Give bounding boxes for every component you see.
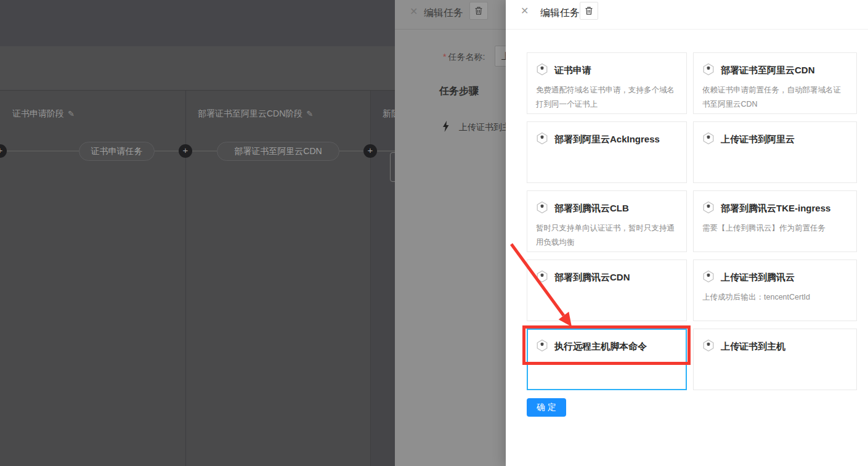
hexagon-task-icon xyxy=(536,270,548,285)
delete-task-button[interactable] xyxy=(469,2,488,20)
hexagon-task-icon xyxy=(702,63,715,78)
stage-title-text: 证书申请阶段 xyxy=(12,108,64,118)
add-stage-button[interactable]: + xyxy=(179,144,192,158)
hexagon-task-icon xyxy=(536,201,548,216)
task-type-card[interactable]: 部署到腾讯云TKE-ingress 需要【上传到腾讯云】作为前置任务 xyxy=(693,190,857,252)
task-type-card[interactable]: 部署到阿里云AckIngress xyxy=(527,121,687,183)
confirm-button[interactable]: 确 定 xyxy=(527,398,566,417)
task-type-title: 上传证书到阿里云 xyxy=(721,134,795,145)
task-type-title: 部署到腾讯云TKE-ingress xyxy=(721,203,830,215)
drawer-title: 编辑任务 xyxy=(540,7,580,20)
task-type-title: 部署证书至阿里云CDN xyxy=(721,65,815,76)
edit-task-drawer-front: ✕ 编辑任务 证书申请 免费通配符域名证书申请，支持多个域名打到同一个证书上 部… xyxy=(506,0,868,466)
drawer-title: 编辑任务 xyxy=(424,7,463,20)
task-type-title: 执行远程主机脚本命令 xyxy=(554,341,647,353)
add-stage-button[interactable]: + xyxy=(363,144,377,158)
task-type-card-selected[interactable]: 执行远程主机脚本命令 xyxy=(527,329,687,390)
connector-line xyxy=(339,150,364,152)
task-type-title: 部署到腾讯云CLB xyxy=(554,203,629,215)
task-type-card[interactable]: 上传证书到主机 xyxy=(693,329,857,390)
task-type-card[interactable]: 部署到腾讯云CDN xyxy=(527,260,687,321)
task-steps-heading: 任务步骤 xyxy=(439,85,479,98)
delete-task-button[interactable] xyxy=(580,2,598,20)
task-type-card[interactable]: 部署证书至阿里云CDN 依赖证书申请前置任务，自动部署域名证书至阿里云CDN xyxy=(693,52,857,114)
hexagon-task-icon xyxy=(702,339,715,354)
edit-pencil-icon[interactable]: ✎ xyxy=(306,109,313,118)
connector-line xyxy=(155,150,179,152)
task-type-card[interactable]: 上传证书到腾讯云 上传成功后输出：tencentCertId xyxy=(693,260,857,321)
stage-title-1: 证书申请阶段✎ xyxy=(12,108,75,120)
stage-title-text: 部署证书至阿里云CDN阶段 xyxy=(198,108,302,118)
drawer-header: ✕ 编辑任务 xyxy=(506,0,868,30)
task-type-title: 部署到腾讯云CDN xyxy=(554,272,630,284)
trash-icon xyxy=(474,6,483,15)
task-type-card[interactable]: 证书申请 免费通配符域名证书申请，支持多个域名打到同一个证书上 xyxy=(527,52,687,114)
connector-line xyxy=(6,150,79,152)
task-type-desc: 上传成功后输出：tencentCertId xyxy=(702,290,848,305)
required-asterisk: * xyxy=(443,52,446,62)
task-type-desc: 暂时只支持单向认证证书，暂时只支持通用负载均衡 xyxy=(536,221,678,249)
hexagon-task-icon xyxy=(702,270,715,285)
task-type-desc: 需要【上传到腾讯云】作为前置任务 xyxy=(702,221,848,235)
task-type-card[interactable]: 部署到腾讯云CLB 暂时只支持单向认证证书，暂时只支持通用负载均衡 xyxy=(527,190,687,252)
edit-pencil-icon[interactable]: ✎ xyxy=(68,109,75,118)
task-type-title: 上传证书到腾讯云 xyxy=(721,272,795,284)
pipeline-task-pill[interactable]: 证书申请任务 xyxy=(79,142,155,161)
task-type-title: 部署到阿里云AckIngress xyxy=(554,134,660,145)
task-type-desc: 依赖证书申请前置任务，自动部署域名证书至阿里云CDN xyxy=(702,83,848,111)
pipeline-task-pill[interactable]: 部署证书至阿里云CDN xyxy=(217,142,339,161)
hexagon-task-icon xyxy=(536,339,548,354)
task-type-title: 证书申请 xyxy=(554,65,591,76)
connector-line xyxy=(377,150,395,152)
close-icon[interactable]: ✕ xyxy=(410,6,418,17)
task-type-card[interactable]: 上传证书到阿里云 xyxy=(693,121,857,183)
connector-line xyxy=(192,150,217,152)
task-type-grid: 证书申请 免费通配符域名证书申请，支持多个域名打到同一个证书上 部署证书至阿里云… xyxy=(527,52,857,390)
trash-icon xyxy=(585,6,593,15)
lightning-icon xyxy=(442,121,450,134)
hexagon-task-icon xyxy=(536,132,548,147)
task-name-label: *任务名称: xyxy=(443,52,485,63)
hexagon-task-icon xyxy=(702,201,715,216)
task-type-title: 上传证书到主机 xyxy=(721,341,785,353)
stage-title-2: 部署证书至阿里云CDN阶段✎ xyxy=(198,108,313,120)
hexagon-task-icon xyxy=(702,132,715,147)
close-icon[interactable]: ✕ xyxy=(521,5,529,17)
hexagon-task-icon xyxy=(536,63,548,78)
task-type-desc: 免费通配符域名证书申请，支持多个域名打到同一个证书上 xyxy=(536,83,678,111)
